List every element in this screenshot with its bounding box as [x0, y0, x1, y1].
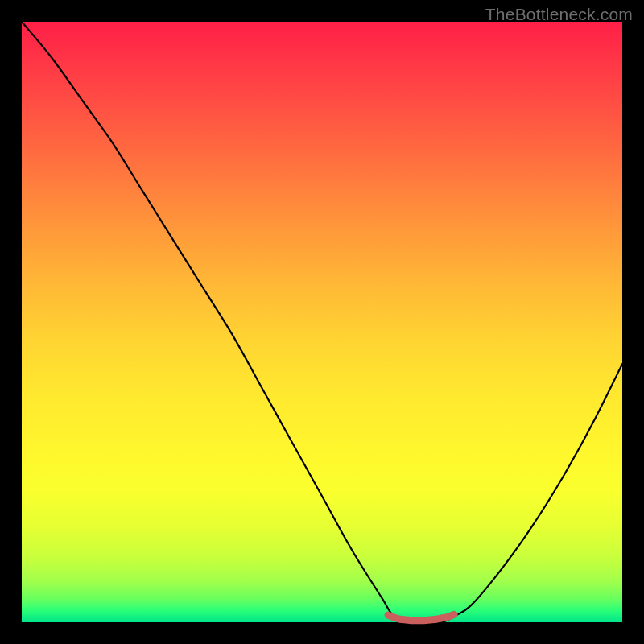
chart-svg: [22, 22, 622, 622]
chart-frame: TheBottleneck.com: [0, 0, 644, 644]
plot-area: [22, 22, 622, 622]
flat-marker-path: [388, 614, 454, 621]
bottleneck-curve-path: [22, 22, 622, 623]
